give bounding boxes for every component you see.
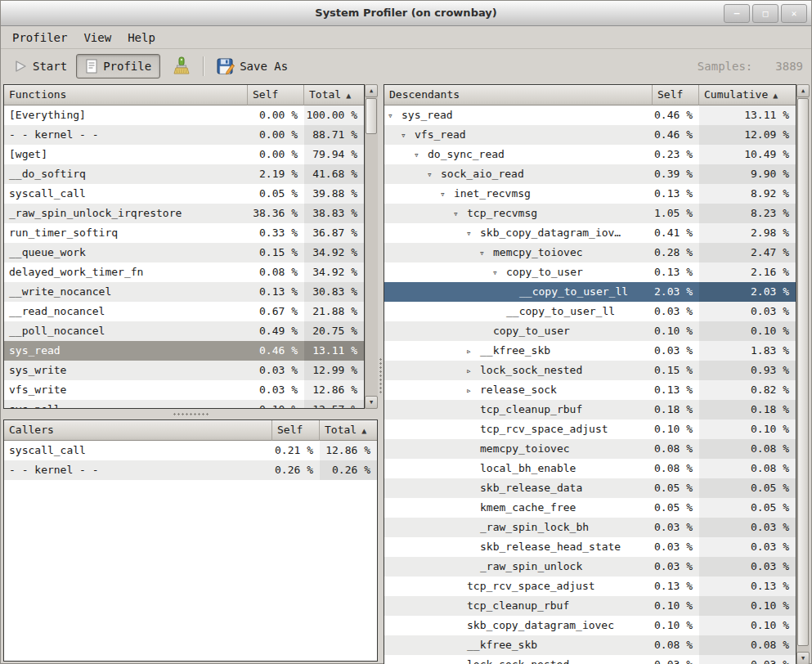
self-column-header[interactable]: Self: [653, 85, 699, 105]
tree-row[interactable]: ▿skb_copy_datagram_iov…0.41 %2.98 %: [384, 223, 796, 243]
callers-column-header[interactable]: Callers: [4, 420, 272, 441]
expander-collapsed-icon[interactable]: ▹: [466, 381, 480, 400]
table-row[interactable]: sys_read0.46 %13.11 %: [4, 341, 364, 361]
titlebar[interactable]: System Profiler (on crownbay) – □ ✕: [1, 1, 811, 26]
maximize-button[interactable]: □: [752, 4, 778, 23]
tree-row[interactable]: __copy_to_user_ll2.03 %2.03 %: [384, 282, 796, 302]
tree-row[interactable]: __copy_to_user_ll0.03 %0.03 %: [384, 302, 796, 321]
expander-collapsed-icon[interactable]: ▹: [466, 361, 480, 380]
expander-expanded-icon[interactable]: ▿: [440, 185, 454, 204]
cumulative-column-header[interactable]: Cumulative▲: [699, 85, 796, 105]
expander-expanded-icon[interactable]: ▿: [401, 126, 415, 145]
tree-row[interactable]: ▿inet_recvmsg0.13 %8.92 %: [384, 184, 796, 204]
table-row[interactable]: syscall_call0.21 %12.86 %: [4, 441, 377, 460]
table-row[interactable]: __poll_nocancel0.49 %20.75 %: [4, 321, 364, 341]
descendant-name-cell: ▿memcpy_toiovec: [384, 243, 653, 262]
scroll-up-button[interactable]: ▲: [796, 84, 810, 97]
tree-row[interactable]: ▿sys_read0.46 %13.11 %: [384, 105, 796, 125]
expander-expanded-icon[interactable]: ▿: [466, 224, 480, 243]
tree-row[interactable]: local_bh_enable0.08 %0.08 %: [384, 459, 796, 478]
tree-row[interactable]: ▿vfs_read0.46 %12.09 %: [384, 125, 796, 145]
tree-row[interactable]: ▿copy_to_user0.13 %2.16 %: [384, 262, 796, 282]
tree-row[interactable]: ▿do_sync_read0.23 %10.49 %: [384, 145, 796, 164]
start-button[interactable]: Start: [7, 56, 73, 77]
menu-help[interactable]: Help: [119, 29, 164, 47]
profile-toggle-button[interactable]: Profile: [76, 54, 160, 79]
scroll-down-button[interactable]: ▼: [365, 396, 378, 409]
tree-row[interactable]: tcp_cleanup_rbuf0.18 %0.18 %: [384, 400, 796, 419]
tree-row[interactable]: copy_to_user0.10 %0.10 %: [384, 321, 796, 341]
tree-row[interactable]: skb_copy_datagram_iovec0.10 %0.10 %: [384, 616, 796, 635]
tree-row[interactable]: kmem_cache_free0.05 %0.05 %: [384, 498, 796, 518]
menu-profiler[interactable]: Profiler: [4, 29, 75, 47]
table-row[interactable]: __read_nocancel0.67 %21.88 %: [4, 302, 364, 321]
tree-row[interactable]: ▹lock_sock_nested0.15 %0.93 %: [384, 361, 796, 380]
scroll-down-button[interactable]: ▼: [796, 652, 810, 664]
expander-expanded-icon[interactable]: ▿: [388, 106, 402, 125]
total-column-header[interactable]: Total▲: [304, 85, 364, 105]
table-row[interactable]: - - kernel - -0.26 %0.26 %: [4, 460, 377, 480]
cumulative-cell: 8.23 %: [699, 204, 796, 223]
self-cell: 0.00 %: [248, 125, 304, 145]
table-row[interactable]: __queue_work0.15 %34.92 %: [4, 243, 364, 262]
total-cell: 12.86 %: [304, 380, 364, 400]
self-cell: 0.08 %: [653, 635, 699, 655]
tree-row[interactable]: tcp_rcv_space_adjust0.10 %0.10 %: [384, 419, 796, 439]
descendants-column-header[interactable]: Descendants: [384, 85, 653, 105]
tree-row[interactable]: memcpy_toiovec0.08 %0.08 %: [384, 439, 796, 459]
functions-vertical-scrollbar[interactable]: ▲ ▼: [365, 84, 378, 409]
table-row[interactable]: syscall_call0.05 %39.88 %: [4, 184, 364, 204]
descendant-name-cell: skb_copy_datagram_iovec: [384, 616, 653, 635]
reset-button[interactable]: [165, 53, 196, 79]
expander-expanded-icon[interactable]: ▿: [492, 263, 506, 282]
save-as-button[interactable]: Save As: [211, 54, 294, 79]
tree-row[interactable]: _raw_spin_lock_bh0.03 %0.03 %: [384, 518, 796, 537]
table-row[interactable]: delayed_work_timer_fn0.08 %34.92 %: [4, 262, 364, 282]
tree-row[interactable]: ▿tcp_recvmsg1.05 %8.23 %: [384, 204, 796, 223]
horizontal-splitter[interactable]: [3, 409, 378, 419]
total-cell: 21.88 %: [304, 302, 364, 321]
table-row[interactable]: __do_softirq2.19 %41.68 %: [4, 164, 364, 184]
tree-row[interactable]: skb_release_head_state0.03 %0.03 %: [384, 537, 796, 557]
scrollbar-thumb[interactable]: [797, 98, 809, 646]
tree-row[interactable]: __kfree_skb0.08 %0.08 %: [384, 635, 796, 655]
function-label: skb_copy_datagram_iov…: [480, 227, 621, 239]
tree-row[interactable]: skb_release_data0.05 %0.05 %: [384, 478, 796, 498]
functions-column-header[interactable]: Functions: [4, 85, 248, 105]
tree-row[interactable]: ▿memcpy_toiovec0.28 %2.47 %: [384, 243, 796, 262]
self-column-header[interactable]: Self: [248, 85, 304, 105]
self-cell: 0.13 %: [653, 380, 699, 400]
self-cell: 0.15 %: [248, 243, 304, 262]
table-row[interactable]: sys_write0.03 %12.99 %: [4, 361, 364, 380]
minimize-button[interactable]: –: [724, 4, 750, 23]
tree-row[interactable]: tcp_rcv_space_adjust0.13 %0.13 %: [384, 577, 796, 596]
table-row[interactable]: [wget]0.00 %79.94 %: [4, 145, 364, 164]
scroll-up-button[interactable]: ▲: [365, 84, 378, 97]
expander-expanded-icon[interactable]: ▿: [427, 165, 441, 184]
table-row[interactable]: __write_nocancel0.13 %30.83 %: [4, 282, 364, 302]
expander-expanded-icon[interactable]: ▿: [414, 146, 428, 164]
vertical-splitter[interactable]: [378, 84, 384, 664]
function-label: __kfree_skb: [467, 639, 537, 651]
menu-view[interactable]: View: [75, 29, 119, 47]
expander-expanded-icon[interactable]: ▿: [453, 204, 467, 223]
tree-row[interactable]: _raw_spin_unlock0.03 %0.03 %: [384, 557, 796, 577]
table-row[interactable]: vfs_write0.03 %12.86 %: [4, 380, 364, 400]
tree-row[interactable]: lock_sock_nested0.03 %0.03 %: [384, 655, 796, 664]
tree-row[interactable]: tcp_cleanup_rbuf0.10 %0.10 %: [384, 596, 796, 616]
table-row[interactable]: sys_poll0.10 %12.57 %: [4, 400, 364, 408]
expander-collapsed-icon[interactable]: ▹: [466, 342, 480, 361]
tree-row[interactable]: ▹release_sock0.13 %0.82 %: [384, 380, 796, 400]
tree-row[interactable]: ▿sock_aio_read0.39 %9.90 %: [384, 164, 796, 184]
descendants-vertical-scrollbar[interactable]: ▲ ▼: [796, 84, 810, 664]
self-column-header[interactable]: Self: [272, 420, 320, 441]
table-row[interactable]: [Everything]0.00 %100.00 %: [4, 105, 364, 125]
expander-expanded-icon[interactable]: ▿: [479, 244, 493, 262]
table-row[interactable]: _raw_spin_unlock_irqrestore38.36 %38.83 …: [4, 204, 364, 223]
scrollbar-thumb[interactable]: [366, 98, 377, 134]
table-row[interactable]: - - kernel - -0.00 %88.71 %: [4, 125, 364, 145]
total-column-header[interactable]: Total▲: [320, 420, 377, 441]
table-row[interactable]: run_timer_softirq0.33 %36.87 %: [4, 223, 364, 243]
tree-row[interactable]: ▹__kfree_skb0.03 %1.83 %: [384, 341, 796, 361]
close-button[interactable]: ✕: [781, 4, 807, 23]
